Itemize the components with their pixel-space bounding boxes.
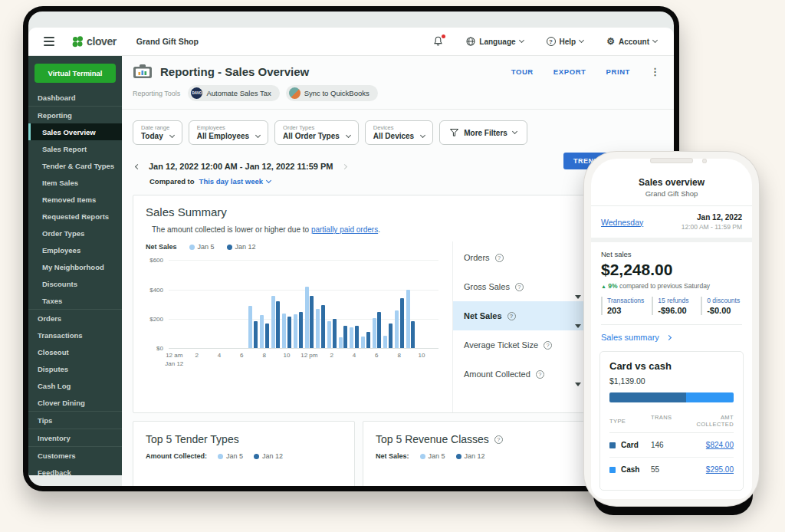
sidebar-item-label: Tender & Card Types [42,162,114,170]
amount-link[interactable]: $295.00 [685,465,734,474]
delta-text: compared to previous Saturday [619,282,710,290]
sidebar-item-closeout[interactable]: Closeout [28,343,122,360]
bar-jan12-h16 [355,326,359,348]
filter-value: All Order Types [283,132,340,140]
expand-caret-icon[interactable] [575,383,581,386]
legend-label: Jan 12 [465,452,485,460]
date-range-text: Jan 12, 2022 12:00 AM - Jan 12, 2022 11:… [149,162,333,171]
sidebar-item-item-sales[interactable]: Item Sales [28,174,122,191]
export-button[interactable]: EXPORT [553,67,586,76]
order-types-filter[interactable]: Order TypesAll Order Types [274,120,359,145]
next-date-button[interactable] [341,163,347,169]
chip-label: Sync to QuickBooks [304,89,370,97]
expand-caret-icon[interactable] [575,324,581,328]
expand-caret-icon[interactable] [575,295,581,299]
phone-date: Jan 12, 2022 [682,213,742,222]
sidebar-item-label: Reporting [38,111,72,120]
date-range-filter[interactable]: Date rangeToday [133,120,182,145]
sidebar-item-sales-report[interactable]: Sales Report [28,140,122,157]
automate-sales-tax-chip[interactable]: DAVOAutomate Sales Tax [188,85,279,101]
filter-label: Order Types [283,124,350,131]
partially-paid-orders-link[interactable]: partially paid orders [311,225,378,234]
sales-summary-link[interactable]: Sales summary [591,325,752,350]
sidebar-item-inventory[interactable]: Inventory [28,429,122,446]
chip-label: Automate Sales Tax [206,89,271,97]
help-icon[interactable]: ? [495,254,504,262]
sidebar-item-orders[interactable]: Orders [28,309,122,327]
employees-filter[interactable]: EmployeesAll Employees [189,120,268,145]
sidebar-item-taxes[interactable]: Taxes [28,292,122,309]
bar-segment-0 [609,392,686,402]
sidebar-item-feedback[interactable]: Feedback [28,464,122,475]
sidebar-item-my-neighborhood[interactable]: My Neighborhood [28,258,122,275]
notifications-button[interactable] [433,36,443,47]
card-vs-cash-total: $1,139.00 [609,376,734,386]
sidebar-item-reporting[interactable]: Reporting [28,106,122,123]
virtual-terminal-button[interactable]: Virtual Terminal [34,64,116,83]
x-tick-label: 6 [240,352,243,360]
day-link[interactable]: Wednesday [601,218,643,227]
print-button[interactable]: PRINT [606,67,631,76]
help-icon[interactable]: ? [494,435,503,444]
devices-filter[interactable]: DevicesAll Devices [365,120,433,145]
help-icon[interactable]: ? [507,312,516,320]
sidebar-item-cash-log[interactable]: Cash Log [28,377,122,394]
x-tick-text: 10 [419,352,425,359]
clover-logo[interactable]: clover [71,35,117,48]
compare-period-dropdown[interactable]: This day last week [199,177,271,186]
sidebar-item-dashboard[interactable]: Dashboard [28,89,122,106]
net-sales-block: Net sales $2,248.00 ▲ 9% compared to pre… [591,242,752,290]
sidebar-item-label: Transactions [38,331,83,340]
sidebar: Virtual Terminal DashboardReportingSales… [28,56,122,475]
card-title: Top 5 Tender Types [146,433,342,445]
sidebar-item-label: Requested Reports [42,212,109,221]
sidebar-item-tips[interactable]: Tips [28,411,122,429]
account-menu[interactable]: ⚙ Account [606,37,657,46]
chevron-right-icon [666,334,672,340]
globe-icon [466,37,475,46]
more-filters-button[interactable]: More Filters [439,120,527,145]
sidebar-item-label: Cash Log [38,382,71,390]
sidebar-item-order-types[interactable]: Order Types [28,225,122,241]
store-name: Grand Gift Shop [136,37,199,46]
sidebar-item-customers[interactable]: Customers [28,446,122,464]
sidebar-item-tender-card-types[interactable]: Tender & Card Types [28,157,122,174]
legend-item-jan12: Jan 12 [456,452,485,460]
amount-link[interactable]: $824.00 [685,441,734,449]
bar-jan5-h15 [339,337,343,348]
help-icon[interactable]: ? [544,341,552,350]
sidebar-item-label: Dashboard [38,94,76,102]
help-menu[interactable]: ? Help [547,37,584,46]
legend-dot [227,245,232,250]
phone-stats-row: Transactions20315 refunds-$96.000 discou… [591,290,752,315]
help-icon[interactable]: ? [536,370,544,379]
language-menu[interactable]: Language [466,37,523,46]
legend-dot [218,454,223,459]
sidebar-item-removed-items[interactable]: Removed Items [28,191,122,208]
account-label: Account [619,38,649,46]
reporting-tools-row: Reporting Tools DAVOAutomate Sales TaxSy… [122,84,674,110]
x-tick-label: 2 [330,352,333,360]
stat-label: 0 discounts [707,297,742,304]
sidebar-item-discounts[interactable]: Discounts [28,275,122,292]
x-tick-label: 10 [284,352,291,360]
sidebar-item-requested-reports[interactable]: Requested Reports [28,208,122,225]
kebab-menu-icon[interactable]: ⋮ [650,66,660,77]
type-cell: Cash [609,465,651,474]
sidebar-item-transactions[interactable]: Transactions [28,327,122,343]
phone-speaker [650,158,693,163]
sidebar-item-disputes[interactable]: Disputes [28,360,122,377]
metric-label: Average Ticket Size [464,340,538,350]
legend-item-jan5: Jan 5 [218,452,243,460]
bar-jan5-h18 [373,318,376,348]
help-icon[interactable]: ? [515,283,524,291]
sync-to-quickbooks-chip[interactable]: Sync to QuickBooks [286,85,378,101]
hamburger-menu-icon[interactable] [44,37,54,46]
tour-button[interactable]: TOUR [511,67,534,76]
sidebar-item-sales-overview[interactable]: Sales Overview [28,123,122,140]
previous-date-button[interactable] [135,163,140,169]
metric-label: Net Sales [464,311,502,320]
bar-jan5-h7 [248,306,252,348]
sidebar-item-clover-dining[interactable]: Clover Dining [28,394,122,411]
sidebar-item-employees[interactable]: Employees [28,241,122,258]
